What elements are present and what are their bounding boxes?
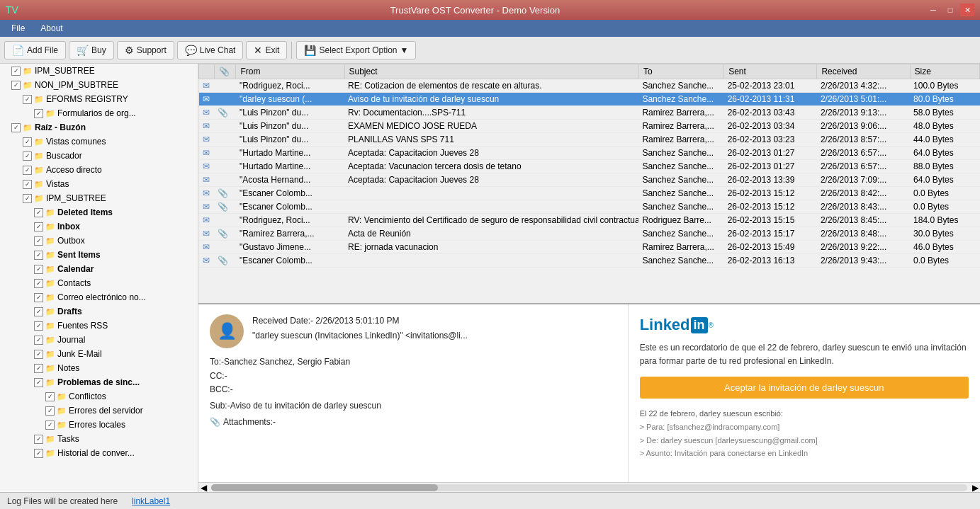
tree-checkbox[interactable] — [45, 392, 55, 401]
restore-button[interactable]: □ — [943, 4, 957, 16]
tree-checkbox[interactable] — [34, 293, 43, 302]
table-row[interactable]: ✉📎"Escaner Colomb...Sanchez Sanche...26-… — [199, 187, 980, 200]
col-received-header[interactable]: Received — [817, 64, 910, 79]
sidebar-item[interactable]: 📁Formularios de org... — [0, 106, 198, 120]
sidebar-item[interactable]: 📁Problemas de sinc... — [0, 375, 198, 389]
table-row[interactable]: ✉"Gustavo Jimene...RE: jornada vacunacio… — [199, 241, 980, 254]
tree-checkbox[interactable] — [34, 279, 43, 288]
add-file-button[interactable]: 📄 Add File — [4, 41, 66, 59]
tree-checkbox[interactable] — [34, 251, 43, 260]
sidebar-item[interactable]: 📁Inbox — [0, 219, 198, 234]
col-sent-header[interactable]: Sent — [724, 64, 817, 79]
sidebar-item[interactable]: 📁Raíz - Buzón — [0, 120, 198, 135]
tree-checkbox[interactable] — [34, 222, 43, 231]
sidebar-item[interactable]: 📁Drafts — [0, 304, 198, 319]
tree-checkbox[interactable] — [34, 208, 43, 217]
tree-checkbox[interactable] — [11, 81, 21, 90]
tree-checkbox[interactable] — [11, 123, 21, 132]
menu-about[interactable]: About — [33, 22, 69, 35]
tree-checkbox[interactable] — [34, 336, 43, 345]
sidebar-item[interactable]: 📁IPM_SUBTREE — [0, 191, 198, 205]
table-row[interactable]: ✉📎"Escaner Colomb...Sanchez Sanche...26-… — [199, 254, 980, 268]
col-from-header[interactable]: From — [236, 64, 344, 79]
table-row[interactable]: ✉"Luis Pinzon" du...EXAMEN MEDICO JOSE R… — [199, 120, 980, 133]
exit-button[interactable]: ✕ Exit — [246, 41, 287, 59]
link-label[interactable]: linkLabel1 — [132, 496, 170, 506]
tree-checkbox[interactable] — [34, 236, 43, 246]
scroll-thumb[interactable] — [211, 484, 438, 491]
col-size-header[interactable]: Size — [910, 64, 979, 79]
accept-invitation-button[interactable]: Aceptar la invitación de darley suescun — [640, 377, 969, 399]
tree-checkbox[interactable] — [34, 265, 43, 274]
sidebar-item[interactable]: 📁IPM_SUBTREE — [0, 64, 198, 78]
table-row[interactable]: ✉📎"Ramirez Barrera,...Acta de ReuniónSan… — [199, 227, 980, 241]
sidebar-item[interactable]: 📁Vistas — [0, 177, 198, 191]
sidebar-item[interactable]: 📁Correo electrónico no... — [0, 290, 198, 304]
tree-checkbox[interactable] — [45, 406, 55, 416]
tree-checkbox[interactable] — [45, 421, 55, 430]
buy-button[interactable]: 🛒 Buy — [69, 41, 114, 59]
window-title: TrustVare OST Converter - Demo Version — [24, 5, 926, 16]
sent-cell: 26-02-2013 15:17 — [724, 227, 817, 241]
email-list[interactable]: 📎 From Subject To Sent Received Size ✉"R… — [198, 64, 980, 304]
tree-checkbox[interactable] — [23, 95, 32, 104]
sidebar-item[interactable]: 📁Contacts — [0, 276, 198, 290]
sidebar-item[interactable]: 📁Sent Items — [0, 248, 198, 262]
table-row[interactable]: ✉"Rodriguez, Roci...RV: Vencimiento del … — [199, 214, 980, 227]
table-row[interactable]: ✉"Rodriguez, Roci...RE: Cotizacion de el… — [199, 79, 980, 93]
tree-checkbox[interactable] — [23, 151, 32, 161]
sidebar-item[interactable]: 📁Outbox — [0, 234, 198, 248]
live-chat-button[interactable]: 💬 Live Chat — [177, 41, 244, 59]
select-export-button[interactable]: 💾 Select Export Option ▼ — [296, 41, 416, 59]
folder-icon: 📁 — [45, 348, 56, 360]
sidebar-item[interactable]: 📁Notes — [0, 361, 198, 375]
sidebar-item[interactable]: 📁Tasks — [0, 432, 198, 446]
sidebar-item[interactable]: 📁Journal — [0, 333, 198, 347]
table-row[interactable]: ✉"Acosta Hernand...Aceptada: Capacitacio… — [199, 173, 980, 187]
tree-checkbox[interactable] — [34, 321, 43, 331]
sidebar-item[interactable]: 📁Junk E-Mail — [0, 347, 198, 361]
sidebar-item[interactable]: 📁Historial de conver... — [0, 446, 198, 460]
tree-checkbox[interactable] — [34, 307, 43, 316]
sidebar-item[interactable]: 📁Errores locales — [0, 418, 198, 432]
sidebar-item[interactable]: 📁Errores del servidor — [0, 404, 198, 418]
table-row[interactable]: ✉"Luis Pinzon" du...PLANILLAS VANS SPS 7… — [199, 133, 980, 147]
sidebar-item[interactable]: 📁Acceso directo — [0, 163, 198, 177]
tree-checkbox[interactable] — [34, 378, 43, 387]
attach-cell — [214, 241, 236, 254]
table-row[interactable]: ✉"darley suescun (...Aviso de tu invitac… — [199, 93, 980, 106]
col-to-header[interactable]: To — [638, 64, 723, 79]
close-button[interactable]: ✕ — [960, 4, 974, 16]
sidebar-item[interactable]: 📁EFORMS REGISTRY — [0, 92, 198, 106]
scroll-right-btn[interactable]: ▶ — [970, 483, 980, 493]
support-button[interactable]: ⚙ Support — [117, 41, 174, 59]
tree-checkbox[interactable] — [11, 67, 21, 76]
table-row[interactable]: ✉📎"Luis Pinzon" du...Rv: Documentacion..… — [199, 106, 980, 120]
tree-checkbox[interactable] — [23, 166, 32, 175]
envelope-cell: ✉ — [199, 227, 215, 241]
tree-checkbox[interactable] — [23, 194, 32, 203]
scroll-track[interactable] — [211, 484, 967, 491]
tree-checkbox[interactable] — [34, 435, 43, 444]
tree-checkbox[interactable] — [34, 109, 43, 118]
menu-file[interactable]: File — [4, 22, 32, 35]
scroll-left-btn[interactable]: ◀ — [198, 483, 208, 493]
sidebar-item[interactable]: 📁Buscador — [0, 149, 198, 163]
table-row[interactable]: ✉"Hurtado Martine...Aceptada: Capacitaci… — [199, 147, 980, 160]
table-row[interactable]: ✉"Hurtado Martine...Aceptada: Vacunacion… — [199, 160, 980, 173]
tree-checkbox[interactable] — [23, 137, 32, 147]
table-row[interactable]: ✉📎"Escaner Colomb...Sanchez Sanche...26-… — [199, 200, 980, 214]
tree-checkbox[interactable] — [23, 180, 32, 189]
sidebar-item[interactable]: 📁Vistas comunes — [0, 135, 198, 149]
sidebar-item[interactable]: 📁Deleted Items — [0, 205, 198, 219]
minimize-button[interactable]: ─ — [926, 4, 940, 16]
sidebar-item[interactable]: 📁Fuentes RSS — [0, 319, 198, 333]
sidebar-item[interactable]: 📁Conflictos — [0, 389, 198, 404]
col-subject-header[interactable]: Subject — [344, 64, 638, 79]
tree-checkbox[interactable] — [34, 449, 43, 458]
tree-checkbox[interactable] — [34, 364, 43, 373]
tree-checkbox[interactable] — [34, 350, 43, 359]
sidebar-item[interactable]: 📁Calendar — [0, 262, 198, 276]
horizontal-scrollbar[interactable]: ◀ ▶ — [198, 482, 980, 492]
sidebar-item[interactable]: 📁NON_IPM_SUBTREE — [0, 78, 198, 92]
